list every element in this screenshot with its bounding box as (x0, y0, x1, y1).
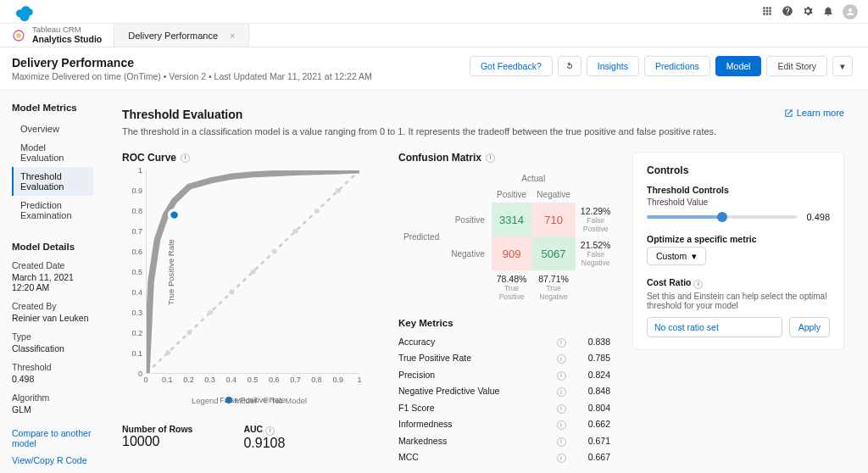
y-tick: 0.3 (131, 309, 142, 317)
roc-chart: 00.10.20.30.40.50.60.70.80.91 True Posit… (122, 170, 359, 391)
close-icon[interactable]: × (230, 31, 235, 41)
view-r-code-link[interactable]: View/Copy R Code (12, 455, 93, 465)
detail-value: Reinier van Leuken (12, 313, 93, 323)
y-tick: 0.5 (131, 268, 142, 276)
predictions-button[interactable]: Predictions (644, 56, 710, 76)
help-icon[interactable] (782, 5, 793, 19)
info-icon[interactable]: i (557, 420, 566, 430)
svg-point-1 (16, 33, 20, 37)
auc-label: AUC (243, 424, 263, 434)
page-tab-label: Delivery Performance (128, 31, 218, 41)
confusion-title: Confusion Matrix (398, 152, 481, 164)
metric-name: Negative Predictive Value (398, 386, 554, 396)
app-name: Analytics Studio (32, 34, 102, 44)
sidebar-item-overview[interactable]: Overview (12, 120, 93, 138)
studio-icon (12, 29, 25, 42)
info-icon[interactable]: i (693, 280, 703, 289)
cell-fn: 909 (492, 236, 532, 270)
cell-tp: 3314 (492, 203, 532, 236)
svg-point-10 (314, 209, 320, 214)
cell-tn: 5067 (531, 236, 575, 270)
metric-value: 0.671 (568, 436, 610, 446)
cost-ratio-input[interactable]: No cost ratio set (647, 317, 782, 337)
svg-point-12 (170, 210, 180, 220)
info-icon[interactable]: i (557, 371, 566, 381)
app-suite: Tableau CRM (32, 25, 102, 34)
info-icon[interactable]: i (265, 426, 275, 436)
x-tick: 0.8 (311, 376, 322, 384)
x-tick: 0.2 (183, 376, 194, 384)
optimize-metric-select[interactable]: Custom▾ (647, 247, 706, 265)
apps-icon[interactable] (761, 5, 773, 19)
page-tab[interactable]: Delivery Performance × (114, 24, 249, 47)
global-topbar (0, 0, 868, 24)
user-avatar[interactable] (843, 4, 858, 19)
key-metrics-title: Key Metrics (398, 318, 610, 328)
rows-value: 10000 (122, 434, 192, 449)
refresh-button[interactable] (558, 56, 581, 76)
threshold-slider[interactable] (647, 215, 798, 219)
svg-point-8 (272, 249, 277, 254)
y-tick: 0.6 (131, 248, 142, 256)
info-icon[interactable]: i (181, 153, 190, 163)
sidebar-item-model-evaluation[interactable]: Model Evaluation (12, 138, 93, 167)
notifications-icon[interactable] (822, 5, 834, 19)
threshold-controls-header: Threshold Controls (647, 185, 830, 195)
y-tick: 0.7 (131, 227, 142, 236)
slider-thumb[interactable] (717, 212, 727, 222)
main-content: Threshold Evaluation Learn more The thre… (98, 91, 868, 473)
sidebar-item-prediction-examination[interactable]: Prediction Examination (12, 196, 93, 225)
metric-row: Informednessi0.662 (398, 416, 610, 433)
metric-name: F1 Score (398, 403, 554, 413)
edit-story-menu-button[interactable]: ▾ (832, 56, 853, 76)
insights-button[interactable]: Insights (587, 56, 639, 76)
salesforce-logo (15, 3, 34, 21)
feedback-button[interactable]: Got Feedback? (470, 56, 553, 76)
controls-panel: Controls Threshold Controls Threshold Va… (632, 152, 844, 350)
learn-more-link[interactable]: Learn more (784, 108, 844, 118)
roc-title: ROC Curve (122, 152, 176, 164)
optimize-label: Optimize a specific metric (647, 234, 830, 244)
metric-name: Markedness (398, 436, 554, 446)
edit-story-button[interactable]: Edit Story (766, 56, 827, 76)
detail-key: Threshold (12, 362, 93, 372)
x-tick: 0.1 (162, 376, 173, 384)
x-tick: 0.6 (269, 376, 280, 384)
metric-value: 0.838 (568, 337, 610, 347)
apply-button[interactable]: Apply (789, 317, 830, 337)
model-button[interactable]: Model (715, 56, 762, 76)
page-header: Delivery Performance Maximize Delivered … (0, 47, 868, 91)
detail-key: Algorithm (12, 392, 93, 403)
detail-key: Created By (12, 301, 93, 311)
metric-value: 0.667 (568, 452, 610, 462)
main-description: The threshold in a classification model … (122, 126, 844, 136)
info-icon[interactable]: i (557, 404, 566, 414)
roc-panel: ROC Curvei 00.10.20.30.40.50.60.70.80.91… (122, 152, 376, 451)
info-icon[interactable]: i (557, 338, 566, 348)
metric-row: F1 Scorei0.804 (398, 399, 610, 416)
info-icon[interactable]: i (557, 437, 566, 447)
x-tick: 0.3 (204, 376, 215, 384)
y-tick: 1 (138, 166, 142, 175)
main-title: Threshold Evaluation (122, 108, 784, 121)
info-icon[interactable]: i (557, 454, 566, 463)
y-tick: 0.2 (131, 329, 142, 337)
x-tick: 0.5 (248, 376, 259, 384)
info-icon[interactable]: i (486, 153, 495, 163)
roc-xlabel: False Positive Rate (220, 396, 286, 404)
controls-header: Controls (647, 164, 830, 176)
roc-svg (147, 170, 359, 373)
settings-icon[interactable] (802, 5, 814, 19)
y-tick: 0.1 (131, 349, 142, 358)
info-icon[interactable]: i (557, 354, 566, 364)
cost-ratio-label: Cost Ratio (647, 277, 692, 287)
refresh-icon (565, 61, 575, 71)
page-subtitle: Maximize Delivered on time (OnTime) • Ve… (12, 71, 470, 81)
studio-tab[interactable]: Tableau CRMAnalytics Studio (0, 24, 114, 47)
compare-model-link[interactable]: Compare to another model (12, 428, 93, 448)
sidebar-item-threshold-evaluation[interactable]: Threshold Evaluation (12, 167, 93, 196)
metric-value: 0.804 (568, 403, 610, 413)
metric-value: 0.662 (568, 419, 610, 429)
info-icon[interactable]: i (557, 387, 566, 397)
x-tick: 0.4 (226, 376, 237, 384)
